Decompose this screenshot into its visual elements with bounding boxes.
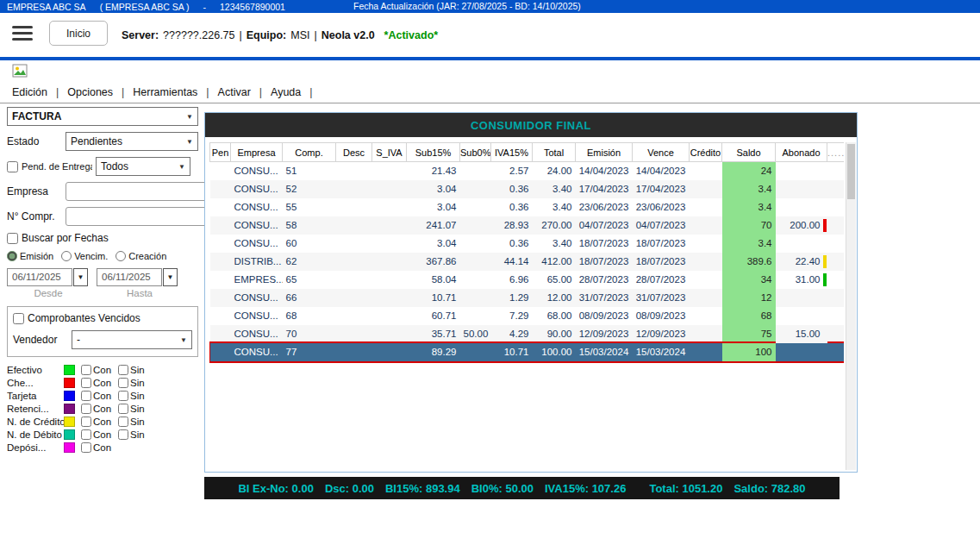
column-header-desc[interactable]: Desc <box>336 143 372 162</box>
cell-comp: 55 <box>283 198 336 216</box>
date-to-picker[interactable]: 06/11/2025 ▼ <box>97 268 178 286</box>
con-checkbox[interactable]: Con <box>81 378 111 388</box>
menu-item-opciones[interactable]: Opciones <box>67 86 113 98</box>
cell-emision: 15/03/2024 <box>576 343 633 361</box>
column-header-saldo[interactable]: Saldo <box>722 143 776 162</box>
con-checkbox[interactable]: Con <box>81 404 111 414</box>
sin-checkbox-input[interactable] <box>118 417 128 427</box>
sin-checkbox[interactable]: Sin <box>118 378 145 388</box>
cell-filler <box>827 216 845 235</box>
table-row[interactable]: CONSU...603.040.363.4018/07/202318/07/20… <box>210 235 845 253</box>
table-row[interactable]: CONSU...6610.711.2912.0031/07/202331/07/… <box>210 289 845 307</box>
sin-checkbox[interactable]: Sin <box>118 417 145 427</box>
table-row[interactable]: CONSU...6860.717.2968.0008/09/202308/09/… <box>210 307 845 325</box>
con-checkbox-input[interactable] <box>81 404 91 414</box>
menu-item-ayuda[interactable]: Ayuda <box>271 86 301 98</box>
table-row[interactable]: CONSU...58241.0728.93270.0004/07/202304/… <box>210 216 845 235</box>
num-compr-input[interactable] <box>66 207 208 226</box>
table-row[interactable]: EMPRES...6558.046.9665.0028/07/202328/07… <box>210 271 845 289</box>
con-checkbox-input[interactable] <box>81 365 91 375</box>
sin-checkbox-input[interactable] <box>118 378 128 388</box>
cell-empresa: CONSU... <box>231 325 283 343</box>
cell-pen <box>210 307 231 325</box>
chevron-down-icon: ▼ <box>186 138 193 146</box>
cell-abonado <box>776 180 827 198</box>
server-info: Server: ??????.226.75 | Equipo: MSI | Ne… <box>122 13 438 57</box>
column-header-sub0[interactable]: Sub0% <box>460 143 491 162</box>
table-row[interactable]: DISTRIB...62367.8644.14412.0018/07/20231… <box>210 253 845 271</box>
radio-creacion[interactable]: Creación <box>115 251 166 261</box>
pend-entrega-select[interactable]: Todos ▼ <box>96 157 190 176</box>
date-from-picker[interactable]: 06/11/2025 ▼ <box>7 268 88 286</box>
con-checkbox-input[interactable] <box>81 429 91 440</box>
sin-checkbox-input[interactable] <box>118 404 128 414</box>
column-header-sub15[interactable]: Sub15% <box>407 143 460 162</box>
con-checkbox[interactable]: Con <box>81 429 111 440</box>
table-row[interactable]: CONSU...5121.432.5724.0014/04/202314/04/… <box>210 162 845 180</box>
column-header-emision[interactable]: Emisión <box>576 143 633 162</box>
radio-emision[interactable]: Emisión <box>7 251 53 261</box>
menu-item-herramientas[interactable]: Herramientas <box>133 86 197 98</box>
sin-checkbox-input[interactable] <box>118 429 128 440</box>
column-header-pen[interactable]: Pen <box>210 143 231 162</box>
sin-checkbox[interactable]: Sin <box>118 391 145 401</box>
con-checkbox[interactable]: Con <box>81 417 111 427</box>
column-header-s_iva[interactable]: S_IVA <box>372 143 407 162</box>
cell-abonado: 200.00 <box>776 216 827 235</box>
column-header-vence[interactable]: Vence <box>633 143 690 162</box>
empresa-input[interactable] <box>66 182 208 201</box>
column-header-credito[interactable]: Crédito <box>690 143 722 162</box>
column-header-empresa[interactable]: Empresa <box>231 143 283 162</box>
legend-label: Retenci... <box>7 404 64 414</box>
cell-s_iva <box>372 216 407 235</box>
sin-checkbox[interactable]: Sin <box>118 404 145 414</box>
radio-creacion-input[interactable] <box>115 251 126 261</box>
sin-checkbox[interactable]: Sin <box>118 365 145 375</box>
menu-separator: | <box>206 86 209 98</box>
invoice-table[interactable]: PenEmpresaComp.DescS_IVASub15%Sub0%IVA15… <box>209 142 844 361</box>
scrollbar-thumb[interactable] <box>847 144 855 199</box>
sin-checkbox-input[interactable] <box>118 391 128 401</box>
con-checkbox-input[interactable] <box>81 417 91 427</box>
estado-select[interactable]: Pendientes ▼ <box>66 132 198 151</box>
column-header-iva15[interactable]: IVA15% <box>491 143 533 162</box>
column-header-comp[interactable]: Comp. <box>283 143 336 162</box>
sin-checkbox[interactable]: Sin <box>118 429 145 440</box>
table-row[interactable]: CONSU...523.040.363.4017/04/202317/04/20… <box>210 180 845 198</box>
calendar-dropdown-icon[interactable]: ▼ <box>73 268 88 286</box>
menu-item-activar[interactable]: Activar <box>218 86 251 98</box>
sin-checkbox-input[interactable] <box>118 365 128 375</box>
menu-item-edicion[interactable]: Edición <box>12 86 47 98</box>
pend-entrega-checkbox[interactable] <box>7 161 18 172</box>
table-row[interactable]: CONSU...553.040.363.4023/06/202323/06/20… <box>210 198 845 216</box>
radio-vencim[interactable]: Vencim. <box>61 251 108 261</box>
calendar-dropdown-icon[interactable]: ▼ <box>163 268 178 286</box>
hamburger-menu-icon[interactable] <box>12 26 33 42</box>
export-image-icon[interactable] <box>12 64 28 78</box>
vencidos-checkbox[interactable] <box>13 313 24 324</box>
radio-emision-input[interactable] <box>7 251 17 261</box>
cell-vence: 18/07/2023 <box>633 235 690 253</box>
radio-vencim-input[interactable] <box>61 251 72 261</box>
cell-sub15: 3.04 <box>407 180 460 198</box>
con-checkbox-input[interactable] <box>81 391 91 401</box>
payment-status-bar <box>823 273 827 286</box>
con-checkbox[interactable]: Con <box>81 442 111 453</box>
equipo-value: MSI <box>290 29 309 41</box>
pend-entrega-label: Pend. de Entrega <box>22 161 92 172</box>
con-checkbox-input[interactable] <box>81 378 91 388</box>
tab-inicio[interactable]: Inicio <box>49 21 108 46</box>
table-row[interactable]: CONSU...7035.7150.004.2990.0012/09/20231… <box>210 325 845 343</box>
buscar-fechas-checkbox[interactable] <box>7 233 18 244</box>
con-checkbox-input[interactable] <box>81 442 91 453</box>
table-row[interactable]: CONSU...7789.2910.71100.0015/03/202415/0… <box>210 343 845 361</box>
con-checkbox[interactable]: Con <box>81 365 111 375</box>
color-swatch <box>64 391 75 401</box>
con-checkbox[interactable]: Con <box>81 391 111 401</box>
column-header-abonado[interactable]: Abonado <box>776 143 827 162</box>
column-header-filler[interactable]: ....... <box>827 143 845 162</box>
column-header-total[interactable]: Total <box>533 143 576 162</box>
vendedor-select[interactable]: - ▼ <box>72 330 192 349</box>
document-type-select[interactable]: FACTURA ▼ <box>7 107 198 126</box>
vertical-scrollbar[interactable] <box>846 142 856 470</box>
